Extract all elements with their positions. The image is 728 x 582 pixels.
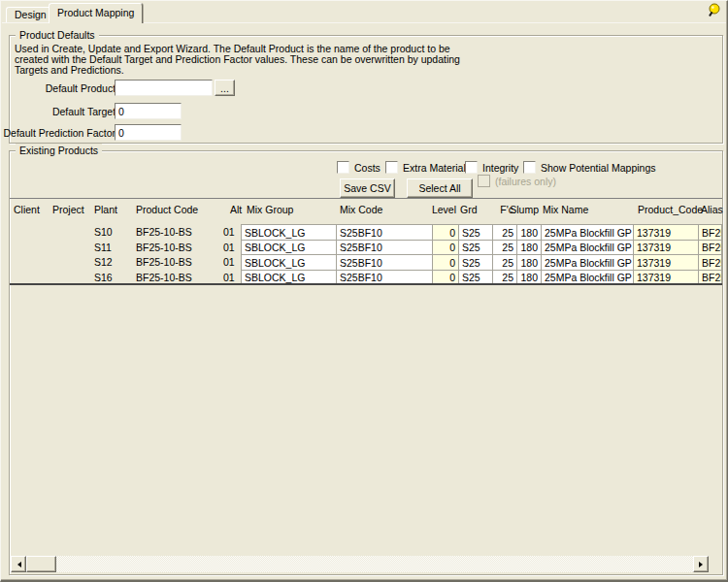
cell-product-code-2[interactable]: 137319 [633, 224, 698, 240]
cell-product-code: BF25-10-BS [136, 242, 192, 253]
cell-fc[interactable]: 25 [492, 270, 516, 285]
default-product-input[interactable] [115, 80, 213, 96]
cell-level[interactable]: 0 [432, 240, 458, 255]
right-arrow-icon [699, 562, 706, 567]
cell-level[interactable]: 0 [432, 270, 458, 285]
scrollbar-thumb[interactable] [26, 556, 56, 572]
cell-mix-name[interactable]: 25MPa Blockfill GP [541, 224, 633, 240]
cell-mix-code[interactable]: S25BF10 [336, 224, 432, 240]
cell-plant: S16 [94, 272, 113, 283]
cell-mix-code[interactable]: S25BF10 [336, 240, 432, 255]
cell-product-code: BF25-10-BS [136, 256, 192, 268]
group-title: Product Defaults [16, 28, 99, 42]
cell-slump[interactable]: 180 [516, 224, 541, 240]
cell-grd[interactable]: S25 [458, 224, 492, 240]
cell-alt: 01 [223, 256, 235, 268]
cell-grd[interactable]: S25 [458, 270, 492, 285]
cell-slump[interactable]: 180 [516, 270, 541, 285]
cell-alias[interactable]: BF25-1 [698, 240, 722, 255]
cell-product-code: BF25-10-BS [136, 226, 192, 238]
cell-grd[interactable]: S25 [458, 240, 492, 255]
cell-mix-name[interactable]: 25MPa Blockfill GP [541, 270, 633, 285]
left-arrow-icon [15, 562, 21, 567]
default-prediction-factor-label: Default Prediction Factor: [4, 127, 118, 139]
table-row: S10 BF25-10-BS 01 SBLOCK_LG S25BF10 0 S2… [10, 224, 722, 240]
cell-alias[interactable]: BF25-1 [698, 254, 722, 270]
scroll-right-button[interactable] [693, 556, 709, 572]
table-row: S16 BF25-10-BS 01 SBLOCK_LG S25BF10 0 S2… [10, 270, 722, 285]
tab-bar: Design Product Mapping [1, 1, 727, 22]
tab-page: Product Defaults Used in Create, Update … [2, 22, 726, 578]
default-prediction-factor-input[interactable] [115, 124, 182, 141]
cell-mix-group[interactable]: SBLOCK_LG [241, 254, 336, 270]
cell-mix-code[interactable]: S25BF10 [336, 270, 432, 285]
cell-alt: 01 [223, 242, 235, 253]
cell-alias[interactable]: BF25-1 [698, 224, 722, 240]
cell-product-code-2[interactable]: 137319 [633, 254, 698, 270]
cell-plant: S11 [94, 242, 112, 253]
cell-mix-name[interactable]: 25MPa Blockfill GP [541, 240, 633, 255]
cell-mix-code[interactable]: S25BF10 [336, 254, 432, 270]
cell-alt: 01 [223, 272, 235, 283]
tab-product-mapping[interactable]: Product Mapping [49, 3, 143, 23]
cell-product-code-2[interactable]: 137319 [633, 270, 698, 285]
horizontal-scrollbar-track[interactable] [11, 556, 709, 572]
help-icon[interactable] [706, 3, 721, 18]
cell-alias[interactable]: BF25-1 [698, 270, 722, 285]
grid-end-line [10, 283, 722, 285]
cell-slump[interactable]: 180 [516, 240, 541, 255]
cell-plant: S10 [94, 226, 113, 238]
product-mapping-window: Design Product Mapping Product Defaults … [0, 0, 728, 582]
description-line: Targets and Predictions. [15, 64, 124, 76]
cell-product-code: BF25-10-BS [136, 272, 192, 283]
cell-slump[interactable]: 180 [516, 254, 541, 270]
cell-mix-group[interactable]: SBLOCK_LG [241, 240, 336, 255]
default-target-input[interactable] [115, 103, 182, 119]
default-product-label: Default Product: [46, 82, 118, 94]
cell-fc[interactable]: 25 [492, 240, 516, 255]
cell-fc[interactable]: 25 [492, 224, 516, 240]
cell-product-code-2[interactable]: 137319 [633, 240, 698, 255]
cell-level[interactable]: 0 [432, 224, 458, 240]
cell-fc[interactable]: 25 [492, 254, 516, 270]
browse-button[interactable]: ... [215, 80, 235, 96]
table-row: S11 BF25-10-BS 01 SBLOCK_LG S25BF10 0 S2… [10, 240, 722, 255]
cell-mix-group[interactable]: SBLOCK_LG [241, 270, 336, 285]
default-target-label: Default Target: [52, 106, 118, 117]
product-defaults-group: Product Defaults Used in Create, Update … [9, 35, 723, 144]
cell-level[interactable]: 0 [432, 254, 458, 270]
existing-products-group: Existing Products Costs Extra Materials … [9, 150, 723, 575]
cell-mix-name[interactable]: 25MPa Blockfill GP [541, 254, 633, 270]
cell-grd[interactable]: S25 [458, 254, 492, 270]
cell-alt: 01 [223, 226, 235, 238]
table-row: S12 BF25-10-BS 01 SBLOCK_LG S25BF10 0 S2… [10, 254, 722, 270]
cell-mix-group[interactable]: SBLOCK_LG [241, 224, 336, 240]
scroll-left-button[interactable] [11, 556, 26, 572]
cell-plant: S12 [94, 256, 113, 268]
